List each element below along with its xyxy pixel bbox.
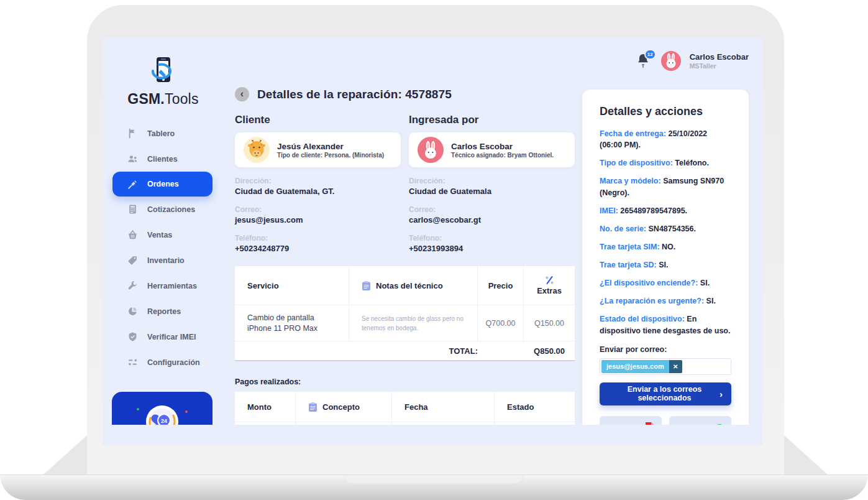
services-table-header: Servicio Notas del técnico Precio Extras: [235, 266, 575, 305]
service-extras: Q150.00: [524, 305, 575, 341]
pdf-button[interactable]: PDF PDF: [600, 416, 662, 425]
sidebar-item-clientes[interactable]: Clientes: [112, 146, 212, 172]
col-servicio: Servicio: [235, 266, 349, 305]
sidebar-item-configuracion[interactable]: Configuración: [112, 350, 212, 375]
field-value: +50231993894: [409, 244, 575, 253]
service-name: Cambio de pantalla iPhone 11 PRO Max: [235, 305, 349, 341]
laptop-base-notch: [344, 475, 524, 484]
entered-by-heading: Ingresada por: [409, 114, 575, 126]
remove-email-chip-button[interactable]: ✕: [669, 360, 682, 373]
client-field-correo: Correo: jesus@jesus.com: [235, 204, 401, 225]
back-button[interactable]: ‹: [235, 87, 249, 101]
calculator-icon: [127, 204, 138, 215]
notifications-button[interactable]: 12: [636, 53, 652, 69]
client-field-telefono: Teléfono: +50234248779: [235, 233, 401, 253]
pie-chart-icon: [127, 306, 138, 317]
col-extras: Extras: [524, 266, 575, 305]
detail-fecha-entrega: Fecha de entrega: 25/10/2022 (06:00 PM).: [600, 128, 731, 150]
email-chip: jesus@jesus.com: [601, 360, 669, 373]
services-table: Servicio Notas del técnico Precio Extras…: [235, 266, 575, 361]
giraffe-avatar-icon: [247, 140, 266, 160]
detail-tarjeta-sd: Trae tarjeta SD: SI.: [600, 259, 731, 271]
notification-count-badge: 12: [644, 49, 656, 60]
field-value: Ciudad de Guatemala: [409, 187, 575, 196]
services-total-row: TOTAL: Q850.00: [235, 341, 575, 360]
detail-urgente: ¿La reparación es urgente?: SI.: [600, 295, 731, 307]
decor-dot-red: [185, 410, 188, 413]
entered-by-card[interactable]: Carlos Escobar Técnico asignado: Bryam O…: [409, 132, 575, 167]
support-24h-icon: 24: [145, 404, 180, 425]
email-label: Enviar por correo:: [600, 345, 731, 354]
sidebar-item-label: Verificar IMEI: [147, 333, 196, 341]
sidebar-item-cotizaciones[interactable]: Cotizaciones: [112, 197, 212, 222]
page-title: Detalles de la reparación: 4578875: [257, 88, 452, 101]
col-extras-label: Extras: [537, 286, 562, 295]
support-24h-card[interactable]: 24: [112, 392, 212, 425]
sidebar-item-tablero[interactable]: Tablero: [112, 121, 212, 146]
col-fecha: Fecha: [392, 392, 495, 422]
payment-status-badge: Completado: [495, 422, 575, 425]
payments-table: Monto Concepto Fecha Estado Q100.00 Anti…: [235, 392, 575, 425]
field-label: Dirección:: [409, 175, 575, 187]
send-emails-button[interactable]: Enviar a los correos seleccionados ›: [600, 382, 731, 405]
app-screen: GSM.Tools Tablero Clientes Ordenes Cot: [103, 37, 762, 445]
laptop-mockup: GSM.Tools Tablero Clientes Ordenes Cot: [0, 0, 868, 500]
users-icon: [127, 154, 138, 164]
detail-enciende: ¿El dispositivo enciende?: SI.: [600, 277, 731, 289]
email-recipient-input[interactable]: jesus@jesus.com ✕: [600, 358, 731, 375]
app-logo: GSM.Tools: [103, 56, 224, 108]
field-value: jesus@jesus.com: [235, 215, 401, 225]
svg-text:24: 24: [161, 418, 167, 424]
chevron-left-icon: ‹: [240, 89, 244, 99]
sidebar-item-inventario[interactable]: Inventario: [112, 248, 212, 273]
field-label: Dirección:: [235, 175, 401, 187]
col-concepto-label: Concepto: [322, 402, 360, 412]
user-avatar[interactable]: [661, 51, 681, 71]
sidebar-item-herramientas[interactable]: Herramientas: [112, 273, 212, 299]
sidebar-item-verificar-imei[interactable]: Verificar IMEI: [112, 324, 212, 350]
col-notas: Notas del técnico: [349, 266, 478, 305]
rabbit-avatar-icon: [423, 141, 439, 160]
pdf-button-label: PDF: [607, 424, 623, 425]
whatsapp-button[interactable]: WhatsApp: [669, 416, 731, 425]
whatsapp-button-label: WhatsApp: [677, 424, 715, 425]
laptop-flare-right: [784, 435, 828, 475]
col-notas-label: Notas del técnico: [376, 281, 443, 290]
app-logo-text: GSM.Tools: [103, 91, 224, 108]
user-info: Carlos Escobar MSTaller: [690, 52, 749, 70]
panel-title: Detalles y acciones: [600, 105, 731, 118]
sidebar-item-ventas[interactable]: Ventas: [112, 222, 212, 248]
close-icon: ✕: [673, 363, 678, 370]
client-card-text: Jesús Alexander Tipo de cliente: Persona…: [277, 141, 384, 159]
detail-no-serie: No. de serie: SN48754356.: [600, 223, 731, 234]
user-name: Carlos Escobar: [690, 52, 749, 62]
client-card[interactable]: Jesús Alexander Tipo de cliente: Persona…: [235, 132, 401, 167]
total-value: Q850.00: [524, 346, 575, 356]
entered-by-field-correo: Correo: carlos@escobar.gt: [409, 204, 575, 225]
entered-by-avatar: [418, 137, 444, 163]
detail-tipo-dispositivo: Tipo de dispositivo: Teléfono.: [600, 157, 731, 169]
payment-row[interactable]: Q100.00 Anticipo 24 de octubre de 2022 C…: [235, 422, 575, 425]
detail-estado-dispositivo: Estado del dispositivo: En dispositivo t…: [600, 313, 731, 336]
wrench-icon: [127, 280, 138, 291]
total-label: TOTAL:: [235, 346, 478, 356]
detail-marca-modelo: Marca y módelo: Samsung SN970 (Negro).: [600, 175, 731, 198]
detail-tarjeta-sim: Trae tarjeta SIM: NO.: [600, 241, 731, 252]
gsm-tools-phone-logo-icon: [149, 56, 178, 88]
chevron-right-icon: ›: [720, 389, 723, 399]
entered-by-field-telefono: Teléfono: +50231993894: [409, 233, 575, 253]
col-precio: Precio: [478, 266, 524, 305]
sidebar-item-reportes[interactable]: Reportes: [112, 299, 212, 324]
field-value: +50234248779: [235, 244, 401, 253]
client-field-direccion: Dirección: Ciudad de Guatemala, GT.: [235, 175, 401, 196]
sliders-icon: [127, 357, 138, 368]
logo-bold: GSM.: [127, 91, 165, 107]
service-row[interactable]: Cambio de pantalla iPhone 11 PRO Max Se …: [235, 305, 575, 341]
col-monto: Monto: [235, 392, 296, 422]
service-notes: Se necesita cambio de glass pero no tene…: [349, 305, 478, 341]
field-value: carlos@escobar.gt: [409, 215, 575, 225]
sidebar-item-ordenes[interactable]: Ordenes: [112, 172, 212, 197]
flag-icon: [127, 128, 138, 139]
laptop-flare-left: [43, 435, 87, 475]
detail-imei: IMEI: 265489789547895.: [600, 205, 731, 216]
